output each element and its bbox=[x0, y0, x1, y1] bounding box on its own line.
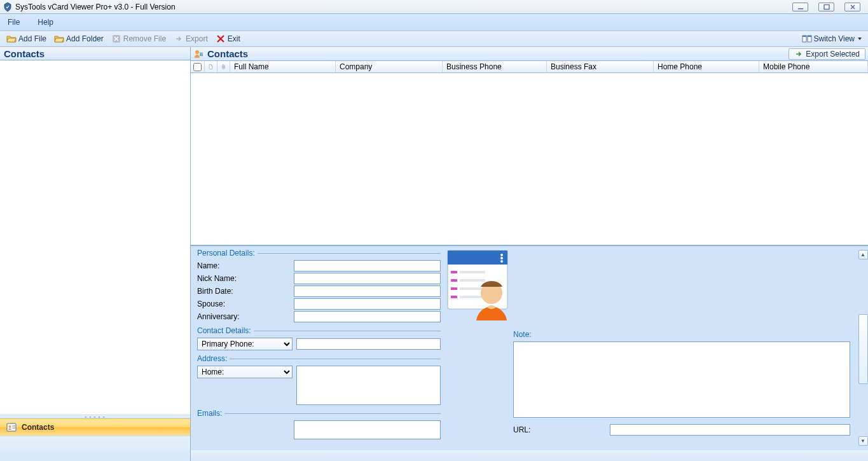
title-bar: SysTools vCard Viewer Pro+ v3.0 - Full V… bbox=[0, 0, 868, 14]
svg-rect-11 bbox=[12, 428, 15, 429]
right-pane: Contacts Export Selected Full Name Compa… bbox=[191, 47, 868, 461]
window-title: SysTools vCard Viewer Pro+ v3.0 - Full V… bbox=[15, 3, 792, 11]
export-button[interactable]: Export bbox=[171, 32, 210, 45]
svg-point-20 bbox=[500, 260, 503, 263]
column-home-phone[interactable]: Home Phone bbox=[654, 61, 759, 72]
switch-view-button[interactable]: Switch View bbox=[799, 32, 864, 45]
input-anniv[interactable] bbox=[294, 311, 441, 322]
export-arrow-icon bbox=[174, 34, 184, 44]
textarea-emails[interactable] bbox=[294, 420, 441, 439]
svg-rect-15 bbox=[200, 55, 203, 56]
column-attachment-icon[interactable] bbox=[217, 61, 230, 72]
select-primary-phone[interactable]: Primary Phone: bbox=[197, 338, 293, 350]
input-primary-phone[interactable] bbox=[296, 338, 441, 350]
left-pane-title: Contacts bbox=[0, 47, 190, 60]
maximize-button[interactable] bbox=[818, 3, 834, 11]
svg-rect-5 bbox=[803, 36, 806, 37]
switch-view-icon bbox=[802, 34, 812, 44]
svg-rect-6 bbox=[808, 36, 811, 37]
label-birth: Birth Date: bbox=[197, 287, 294, 296]
svg-rect-1 bbox=[824, 4, 829, 9]
remove-file-label: Remove File bbox=[123, 34, 166, 43]
svg-rect-24 bbox=[460, 279, 485, 282]
emails-group: Emails: bbox=[197, 409, 441, 443]
grid-header-bar: Contacts Export Selected bbox=[191, 47, 868, 61]
column-page-icon[interactable] bbox=[205, 61, 217, 72]
column-full-name[interactable]: Full Name bbox=[230, 61, 336, 72]
svg-rect-9 bbox=[12, 425, 15, 426]
exit-icon bbox=[216, 34, 226, 44]
export-selected-button[interactable]: Export Selected bbox=[789, 48, 865, 60]
nav-contacts[interactable]: Contacts bbox=[0, 418, 190, 436]
right-pane-footer bbox=[191, 450, 868, 461]
svg-rect-23 bbox=[451, 279, 457, 282]
svg-rect-17 bbox=[448, 251, 507, 265]
column-company[interactable]: Company bbox=[336, 61, 443, 72]
details-scrollbar[interactable]: ▲ ▼ bbox=[858, 250, 868, 446]
select-all-checkbox[interactable] bbox=[193, 63, 202, 71]
select-address-type[interactable]: Home: bbox=[197, 366, 293, 378]
svg-rect-0 bbox=[798, 8, 803, 10]
grid-title: Contacts bbox=[207, 48, 789, 59]
label-spouse: Spouse: bbox=[197, 299, 294, 308]
chevron-down-icon bbox=[858, 38, 862, 40]
folder-open-icon bbox=[6, 34, 17, 44]
menu-bar: File Help bbox=[0, 14, 868, 31]
close-button[interactable] bbox=[844, 3, 860, 11]
scroll-down-arrow[interactable]: ▼ bbox=[858, 436, 868, 446]
note-group: Note: bbox=[513, 330, 850, 420]
minimize-button[interactable] bbox=[792, 3, 808, 11]
details-panel: ▲ ▼ Personal Details: Name: Nick Name: B… bbox=[191, 246, 868, 450]
export-selected-label: Export Selected bbox=[806, 50, 860, 58]
switch-view-label: Switch View bbox=[814, 34, 855, 43]
column-checkbox[interactable] bbox=[191, 61, 205, 72]
export-selected-icon bbox=[794, 50, 803, 58]
contact-details-group: Contact Details: Primary Phone: bbox=[197, 326, 441, 354]
main-area: Contacts • • • • • Contacts Contacts Exp… bbox=[0, 47, 868, 461]
column-mobile-phone[interactable]: Mobile Phone bbox=[759, 61, 868, 72]
address-legend: Address: bbox=[197, 354, 230, 363]
left-pane: Contacts • • • • • Contacts bbox=[0, 47, 191, 461]
left-pane-footer bbox=[0, 436, 190, 461]
add-file-button[interactable]: Add File bbox=[4, 32, 49, 45]
input-birth[interactable] bbox=[294, 286, 441, 297]
svg-point-18 bbox=[500, 254, 503, 256]
contact-photo-card bbox=[446, 249, 509, 443]
emails-legend: Emails: bbox=[197, 409, 224, 418]
column-header: Full Name Company Business Phone Busines… bbox=[191, 61, 868, 73]
personal-details-group: Personal Details: Name: Nick Name: Birth… bbox=[197, 249, 441, 326]
grid-body[interactable] bbox=[191, 73, 868, 246]
column-business-fax[interactable]: Business Fax bbox=[547, 61, 654, 72]
svg-rect-14 bbox=[200, 54, 203, 55]
exit-label: Exit bbox=[228, 34, 240, 43]
svg-rect-21 bbox=[451, 271, 457, 273]
scroll-up-arrow[interactable]: ▲ bbox=[858, 250, 868, 259]
textarea-note[interactable] bbox=[513, 341, 850, 418]
left-pane-tree[interactable] bbox=[0, 60, 190, 415]
svg-rect-22 bbox=[460, 271, 485, 273]
menu-help[interactable]: Help bbox=[38, 18, 53, 27]
scroll-thumb[interactable] bbox=[858, 314, 868, 384]
remove-file-button[interactable]: Remove File bbox=[109, 32, 169, 45]
input-url[interactable] bbox=[610, 424, 850, 436]
export-label: Export bbox=[186, 34, 208, 43]
add-file-label: Add File bbox=[18, 34, 46, 43]
personal-details-legend: Personal Details: bbox=[197, 249, 258, 258]
label-nick: Nick Name: bbox=[197, 274, 294, 283]
menu-file[interactable]: File bbox=[8, 18, 20, 27]
column-business-phone[interactable]: Business Phone bbox=[443, 61, 547, 72]
input-spouse[interactable] bbox=[294, 298, 441, 310]
textarea-address[interactable] bbox=[296, 366, 441, 405]
input-name[interactable] bbox=[294, 260, 441, 272]
svg-rect-25 bbox=[451, 287, 457, 290]
input-nick[interactable] bbox=[294, 273, 441, 284]
contacts-header-icon bbox=[193, 49, 203, 59]
nav-contacts-label: Contacts bbox=[22, 423, 54, 432]
remove-icon bbox=[111, 34, 121, 44]
svg-rect-10 bbox=[12, 427, 15, 427]
svg-rect-27 bbox=[451, 296, 457, 298]
svg-point-8 bbox=[9, 425, 11, 428]
label-anniv: Anniversary: bbox=[197, 312, 294, 321]
exit-button[interactable]: Exit bbox=[213, 32, 243, 45]
add-folder-button[interactable]: Add Folder bbox=[52, 32, 106, 45]
